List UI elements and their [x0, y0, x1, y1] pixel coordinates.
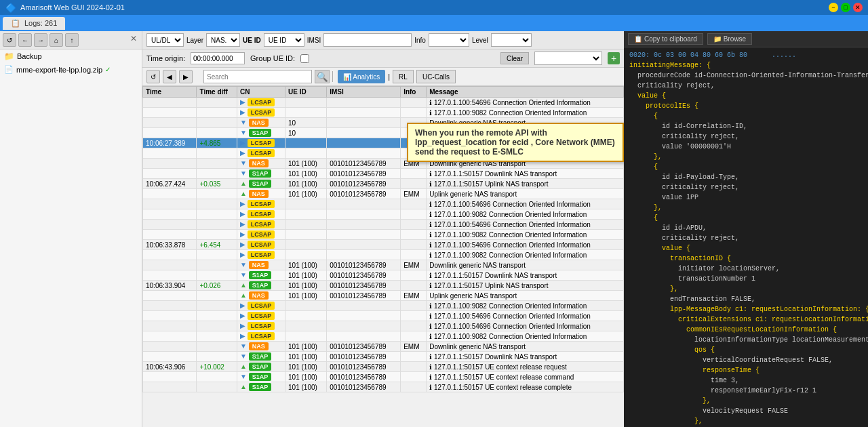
table-row[interactable]: ▲ NAS 101 (100) 001010123456789 EMM Upli…: [143, 189, 624, 199]
table-row[interactable]: ▶ LCSAP ℹ 127.0.1.100:9082 Connection Or…: [143, 209, 624, 220]
cell-timediff: [197, 209, 237, 220]
cell-time: [143, 128, 197, 138]
sidebar-forward-button[interactable]: →: [34, 33, 47, 47]
code-line: value {: [629, 91, 863, 101]
table-row[interactable]: ▶ LCSAP ℹ 127.0.1.100:54696 Connection O…: [143, 98, 624, 108]
code-line: responseTimeEarlyFix-r12 1: [629, 386, 863, 396]
sidebar-back-button[interactable]: ←: [18, 33, 32, 47]
sidebar-item-file[interactable]: 📄 mme-export-lte-lpp.log.zip ✓: [0, 63, 142, 76]
table-row[interactable]: ▶ LCSAP ℹ 127.0.1.100:54696 Connection O…: [143, 321, 624, 331]
code-line: endTransaction FALSE,: [629, 294, 863, 304]
col-ueid: UE ID: [285, 87, 327, 98]
cell-time: [143, 270, 197, 281]
imsi-input[interactable]: [323, 33, 412, 47]
cell-cn: ▶ LCSAP: [237, 250, 285, 260]
copy-to-clipboard-button[interactable]: 📋 Copy to clipboard: [628, 33, 703, 45]
code-line: id id-Correlation-ID,: [629, 121, 863, 131]
cell-imsi: 001010123456789: [327, 179, 401, 189]
cn-badge: NAS: [249, 159, 269, 167]
maximize-button[interactable]: □: [841, 3, 850, 12]
add-button[interactable]: +: [608, 52, 620, 64]
nav-prev-button[interactable]: ◀: [163, 70, 176, 83]
sidebar-item-backup[interactable]: 📁 Backup: [0, 49, 142, 63]
table-row[interactable]: ▶ LCSAP ℹ 127.0.1.100:9082 Connection Or…: [143, 230, 624, 240]
cell-imsi: 001010123456789: [327, 281, 401, 291]
analytics-button[interactable]: 📊 Analytics: [338, 70, 385, 83]
logs-tab[interactable]: 📋 Logs: 261: [3, 17, 65, 30]
cell-cn: ▲ NAS: [237, 189, 285, 199]
table-row[interactable]: ▶ LCSAP ℹ 127.0.1.100:9082 Connection Or…: [143, 108, 624, 118]
cell-timediff: [197, 311, 237, 321]
cell-cn: ▲ S1AP: [237, 179, 285, 189]
table-row[interactable]: ▼ NAS 101 (100) 001010123456789 EMM Down…: [143, 342, 624, 352]
rl-button[interactable]: RL: [393, 70, 414, 83]
cell-info: [401, 169, 427, 179]
table-row[interactable]: ▶ LCSAP ℹ 127.0.1.100:9082 Connection Or…: [143, 301, 624, 311]
cell-imsi: [327, 321, 401, 331]
search-button[interactable]: 🔍: [315, 70, 330, 83]
table-row[interactable]: ▲ S1AP 101 (100) 001010123456789 ℹ 127.0…: [143, 382, 624, 392]
sidebar-home-button[interactable]: ⌂: [50, 33, 63, 47]
minimize-button[interactable]: −: [829, 3, 838, 12]
info-select[interactable]: [429, 33, 469, 47]
table-row[interactable]: ▶ LCSAP ℹ 127.0.1.100:9082 Connection Or…: [143, 250, 624, 260]
cell-message: ℹ 127.0.1.1:50157 UE context release req…: [427, 362, 624, 372]
cn-badge: LCSAP: [248, 200, 275, 208]
sidebar-refresh-button[interactable]: ↺: [3, 33, 16, 47]
browse-button[interactable]: 📁 Browse: [707, 33, 752, 45]
cell-info: [401, 199, 427, 209]
table-row[interactable]: ▼ NAS 101 (100) 001010123456789 EMM Down…: [143, 260, 624, 270]
table-row[interactable]: 10:06:33.878 +6.454 ▶ LCSAP ℹ 127.0.1.10…: [143, 240, 624, 250]
main-layout: ↺ ← → ⌂ ↑ ✕ 📁 Backup 📄 mme-export-lte-lp…: [0, 31, 868, 427]
cell-timediff: [197, 352, 237, 362]
cn-badge: LCSAP: [248, 302, 275, 310]
clear-select[interactable]: [534, 52, 602, 65]
imsi-label: IMSI: [307, 37, 321, 44]
cell-imsi: 001010123456789: [327, 362, 401, 372]
cell-ueid: 101 (100): [285, 179, 327, 189]
table-row[interactable]: ▼ S1AP 101 (100) 001010123456789 ℹ 127.0…: [143, 352, 624, 362]
tooltip-box: When you run the remote API with lpp_req…: [407, 123, 624, 162]
ueid-select[interactable]: UE ID: [264, 33, 304, 47]
table-row[interactable]: ▶ LCSAP ℹ 127.0.1.100:9082 Connection Or…: [143, 331, 624, 342]
nav-next-button[interactable]: ▶: [179, 70, 193, 83]
table-row[interactable]: 10:06:33.904 +0.026 ▲ S1AP 101 (100) 001…: [143, 281, 624, 291]
table-row[interactable]: ▼ S1AP 101 (100) 001010123456789 ℹ 127.0…: [143, 372, 624, 382]
cell-imsi: [327, 220, 401, 230]
cell-info: [401, 209, 427, 220]
code-line: commonIEsRequestLocationInformation {: [629, 325, 863, 335]
table-row[interactable]: ▼ S1AP 101 (100) 001010123456789 ℹ 127.0…: [143, 270, 624, 281]
code-line: id id-APDU,: [629, 223, 863, 233]
table-row[interactable]: ▼ S1AP 101 (100) 001010123456789 ℹ 127.0…: [143, 169, 624, 179]
cell-time: [143, 199, 197, 209]
cell-time: [143, 331, 197, 342]
code-line: },: [629, 152, 863, 162]
cell-time: 10:06:33.904: [143, 281, 197, 291]
nav-first-button[interactable]: ↺: [146, 70, 160, 83]
level-select[interactable]: [491, 33, 532, 47]
table-row[interactable]: ▲ NAS 101 (100) 001010123456789 EMM Upli…: [143, 291, 624, 301]
table-row[interactable]: 10:06:43.906 +10.002 ▲ S1AP 101 (100) 00…: [143, 362, 624, 372]
sidebar-up-button[interactable]: ↑: [65, 33, 79, 47]
cell-imsi: 001010123456789: [327, 342, 401, 352]
cell-ueid: [285, 230, 327, 240]
table-row[interactable]: 10:06.27.424 +0.035 ▲ S1AP 101 (100) 001…: [143, 179, 624, 189]
cell-imsi: 001010123456789: [327, 189, 401, 199]
layer-select[interactable]: NAS.: [206, 33, 240, 47]
cell-time: [143, 321, 197, 331]
uldl-select[interactable]: UL/DL: [146, 33, 184, 47]
uc-calls-button[interactable]: UC-Calls: [416, 70, 456, 83]
cell-imsi: [327, 209, 401, 220]
group-ueid-checkbox[interactable]: [300, 54, 309, 63]
table-row[interactable]: ▶ LCSAP ℹ 127.0.1.100:54696 Connection O…: [143, 311, 624, 321]
table-row[interactable]: ▶ LCSAP ℹ 127.0.1.100:54696 Connection O…: [143, 220, 624, 230]
clear-button[interactable]: Clear: [500, 52, 529, 64]
sidebar-close-button[interactable]: ✕: [128, 33, 139, 44]
search-input[interactable]: [203, 70, 312, 83]
cn-badge: S1AP: [249, 373, 272, 381]
table-row[interactable]: ▶ LCSAP ℹ 127.0.1.100:54696 Connection O…: [143, 199, 624, 209]
cell-cn: ▼ S1AP: [237, 352, 285, 362]
close-button[interactable]: ✕: [853, 3, 863, 12]
cell-imsi: 001010123456789: [327, 270, 401, 281]
time-origin-input[interactable]: [191, 52, 245, 64]
